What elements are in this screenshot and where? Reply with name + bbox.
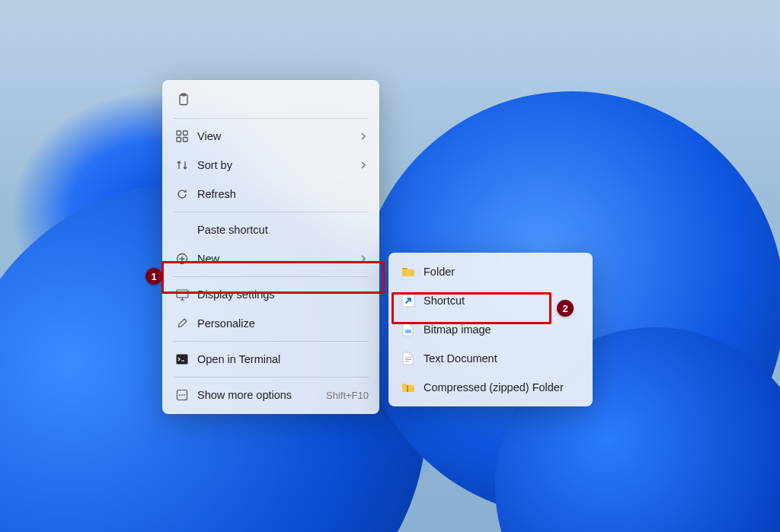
menu-label: Show more options bbox=[197, 389, 320, 401]
separator bbox=[173, 341, 369, 342]
svg-point-12 bbox=[181, 394, 183, 396]
badge-label: 2 bbox=[562, 303, 567, 314]
text-doc-icon bbox=[399, 352, 417, 365]
more-options-icon bbox=[173, 389, 191, 401]
brush-icon bbox=[173, 317, 191, 330]
separator bbox=[173, 377, 369, 377]
menu-item-paste-shortcut[interactable]: Paste shortcut bbox=[167, 215, 375, 244]
menu-label: Open in Terminal bbox=[197, 353, 369, 365]
menu-item-show-more-options[interactable]: Show more options Shift+F10 bbox=[167, 381, 375, 409]
menu-label: Compressed (zipped) Folder bbox=[424, 381, 582, 393]
svg-rect-2 bbox=[177, 131, 181, 135]
context-menu-top-bar bbox=[167, 84, 375, 115]
grid-icon bbox=[173, 130, 191, 142]
svg-rect-9 bbox=[177, 355, 188, 365]
menu-label: Paste shortcut bbox=[197, 224, 369, 236]
sort-icon bbox=[173, 159, 191, 171]
submenu-item-bitmap[interactable]: Bitmap image bbox=[393, 315, 588, 344]
menu-item-sort-by[interactable]: Sort by bbox=[167, 151, 375, 180]
separator bbox=[173, 276, 369, 277]
submenu-item-folder[interactable]: Folder bbox=[393, 257, 588, 286]
new-submenu: Folder Shortcut Bitmap image bbox=[388, 253, 593, 406]
menu-label: Bitmap image bbox=[424, 323, 582, 336]
annotation-badge-1: 1 bbox=[145, 268, 162, 285]
paste-icon[interactable] bbox=[174, 93, 193, 107]
bitmap-icon bbox=[399, 323, 417, 336]
svg-rect-4 bbox=[177, 138, 181, 142]
svg-rect-3 bbox=[184, 131, 188, 135]
menu-item-personalize[interactable]: Personalize bbox=[167, 309, 375, 338]
folder-icon bbox=[399, 266, 417, 277]
menu-item-refresh[interactable]: Refresh bbox=[167, 180, 375, 209]
menu-item-view[interactable]: View bbox=[167, 122, 375, 151]
menu-item-new[interactable]: New bbox=[167, 244, 375, 273]
display-icon bbox=[173, 289, 191, 301]
svg-point-8 bbox=[184, 291, 186, 292]
menu-label: New bbox=[197, 253, 358, 265]
chevron-right-icon bbox=[358, 254, 369, 263]
svg-point-13 bbox=[184, 394, 185, 396]
plus-circle-icon bbox=[173, 253, 191, 265]
menu-label: Refresh bbox=[197, 188, 369, 200]
separator bbox=[173, 118, 369, 119]
menu-label: Text Document bbox=[424, 352, 582, 365]
submenu-item-text-document[interactable]: Text Document bbox=[393, 344, 588, 373]
zip-folder-icon bbox=[399, 382, 417, 393]
chevron-right-icon bbox=[358, 132, 369, 141]
badge-label: 1 bbox=[151, 271, 156, 282]
separator bbox=[173, 212, 369, 212]
menu-item-open-in-terminal[interactable]: Open in Terminal bbox=[167, 345, 375, 374]
terminal-icon bbox=[173, 354, 191, 365]
menu-label: Folder bbox=[424, 266, 582, 278]
menu-item-display-settings[interactable]: Display settings bbox=[167, 280, 375, 309]
svg-rect-5 bbox=[184, 138, 188, 142]
menu-label: Display settings bbox=[197, 288, 369, 301]
refresh-icon bbox=[173, 188, 191, 200]
svg-rect-7 bbox=[177, 290, 188, 298]
svg-rect-15 bbox=[405, 330, 411, 333]
menu-accelerator: Shift+F10 bbox=[326, 390, 369, 401]
menu-label: Sort by bbox=[197, 159, 358, 171]
svg-point-11 bbox=[179, 394, 181, 396]
menu-label: View bbox=[197, 130, 358, 142]
desktop-context-menu: View Sort by Refresh Paste shortcut bbox=[162, 80, 379, 414]
chevron-right-icon bbox=[358, 161, 369, 170]
menu-label: Personalize bbox=[197, 317, 369, 330]
submenu-item-compressed-folder[interactable]: Compressed (zipped) Folder bbox=[393, 373, 588, 402]
svg-rect-16 bbox=[407, 385, 408, 392]
shortcut-icon bbox=[399, 294, 417, 307]
annotation-badge-2: 2 bbox=[557, 300, 574, 317]
